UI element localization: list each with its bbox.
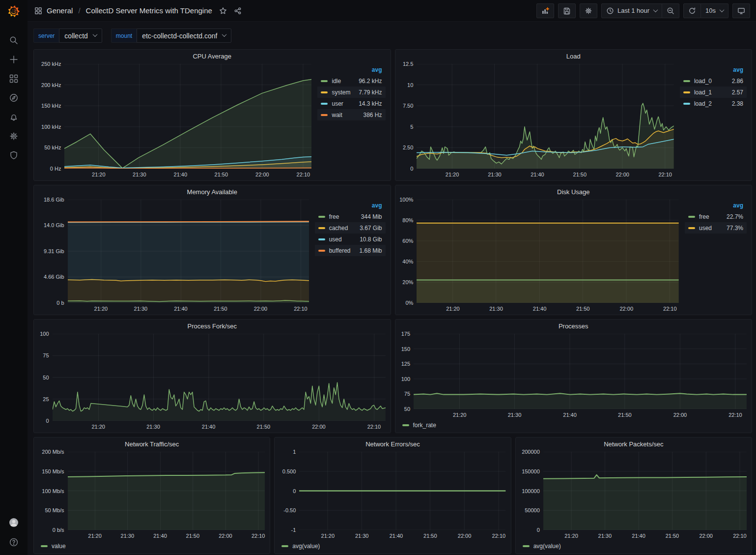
legend: avgfree344 Mibcached3.67 Gibused10.8 Gib… [315,200,386,256]
y-tick-label: 0 b [56,300,64,306]
y-tick-label: 0 [46,418,49,424]
y-tick-label: 75 [404,391,410,397]
y-tick-label: 5 [410,124,413,130]
refresh-button[interactable] [683,3,701,18]
plot-column: 21:2021:3021:4021:5022:0022:10 [417,64,674,179]
chart-canvas[interactable] [68,200,309,303]
configuration-gear-icon[interactable] [9,131,19,141]
legend-series-avg: 344 Mib [359,213,382,220]
plot-area [417,64,674,169]
x-tick-label: 21:20 [564,533,578,539]
legend-item-idle[interactable]: idle96.2 kHz [317,75,385,87]
search-icon[interactable] [9,35,19,45]
chart-load: 02.5057.501012.521:2021:3021:4021:5022:0… [395,63,752,180]
panel-load: Load 02.5057.501012.521:2021:3021:4021:5… [395,49,753,181]
legend-item-cached[interactable]: cached3.67 Gib [315,222,386,234]
x-tick-label: 21:20 [94,306,108,312]
panel-title[interactable]: Network Errors/sec [275,438,510,451]
panel-title[interactable]: Memory Available [34,185,391,199]
legend-item-load_0[interactable]: load_02.86 [680,75,747,87]
chevron-down-icon [222,32,227,37]
chart-canvas[interactable] [417,200,679,303]
add-panel-button[interactable] [536,3,554,18]
chart-canvas[interactable] [68,452,265,530]
legend-avg-header: avg [315,200,386,211]
legend-item-value[interactable]: value [41,543,66,550]
alerting-bell-icon[interactable] [9,112,19,122]
legend-item-user[interactable]: user14.3 kHz [317,98,385,109]
y-tick-label: 100 kHz [41,124,61,130]
legend-item-free[interactable]: free22.7% [685,211,747,222]
legend-item-used[interactable]: used10.8 Gib [315,234,386,245]
legend-series-marker [683,80,690,82]
legend: value [37,541,265,553]
server-admin-shield-icon[interactable] [9,150,19,160]
explore-compass-icon[interactable] [9,93,19,103]
y-tick-label: 200000 [522,449,540,455]
plot-column: 21:2021:3021:4021:5022:0022:10 [299,452,505,541]
x-tick-label: 22:10 [297,172,310,177]
variable-server-label: server [33,29,59,43]
legend-series-avg: 2.86 [720,78,743,85]
page-title[interactable]: CollectD Server Metrics with TDengine [86,6,212,15]
share-icon[interactable] [234,7,242,15]
cycle-view-mode-button[interactable] [732,3,750,18]
x-tick-label: 22:10 [492,533,506,539]
legend-item-load_1[interactable]: load_12.57 [680,87,747,98]
zoom-out-button[interactable] [662,3,679,18]
chart-canvas[interactable] [543,452,747,530]
y-tick-label: 4.66 Gib [44,274,64,280]
chart-canvas[interactable] [64,64,311,169]
dashboard-settings-button[interactable] [580,3,597,18]
legend-item-avg(value)[interactable]: avg(value) [281,543,320,550]
plot-column: 21:2021:3021:4021:5022:0022:10 [64,64,311,179]
y-tick-label: 50 kHz [44,145,61,150]
sidebar-menu [9,35,19,160]
y-axis: 0%20%40%60%80%100% [398,200,417,303]
breadcrumb-folder[interactable]: General [47,6,73,15]
legend-item-fork_rate[interactable]: fork_rate [402,422,436,429]
star-icon[interactable] [219,7,227,15]
time-range-button[interactable]: Last 1 hour [601,3,662,18]
x-tick-label: 21:30 [508,412,522,418]
x-tick-label: 22:10 [733,533,747,539]
chart-process-fork: 025507510021:2021:3021:4021:5022:0022:10 [34,333,391,433]
grafana-logo-icon[interactable] [6,4,21,19]
chart-canvas[interactable] [414,334,747,409]
panel-title[interactable]: Network Packets/sec [516,438,752,451]
chart-canvas[interactable] [53,334,386,421]
plot-area [417,200,679,303]
panel-title[interactable]: Network Traffic/sec [34,438,270,451]
save-dashboard-button[interactable] [558,3,576,18]
dashboards-icon[interactable] [9,74,19,84]
panel-title[interactable]: CPU Average [34,50,391,63]
panel-title[interactable]: Disk Usage [395,185,752,199]
x-tick-label: 21:40 [153,533,167,539]
help-icon[interactable] [9,537,19,547]
legend-item-free[interactable]: free344 Mib [315,211,386,222]
y-tick-label: 7.50 [403,103,413,109]
panel-title[interactable]: Processes [395,320,752,333]
variable-mount-value[interactable]: etc-collectd-collectd.conf [137,29,231,43]
panel-title[interactable]: Load [395,50,752,63]
panel-title[interactable]: Process Fork/sec [34,320,391,333]
y-axis: 02.5057.501012.5 [398,64,417,169]
legend-series-marker [321,80,328,82]
legend-item-system[interactable]: system7.79 kHz [317,87,385,98]
legend-item-avg(value)[interactable]: avg(value) [523,543,561,550]
chart-canvas[interactable] [417,64,674,169]
create-plus-icon[interactable] [9,55,19,64]
user-avatar[interactable] [9,518,19,527]
variable-server-value[interactable]: collectd [59,29,102,43]
legend-item-used[interactable]: used77.3% [685,222,747,234]
refresh-interval-button[interactable]: 10s [701,3,728,18]
plot-column: 21:2021:3021:4021:5022:0022:10 [68,200,309,314]
legend-item-load_2[interactable]: load_22.38 [680,98,747,109]
x-tick-label: 22:10 [663,306,677,312]
panel-process-fork: Process Fork/sec 025507510021:2021:3021:… [33,319,391,433]
x-tick-label: 21:30 [355,533,369,539]
legend-item-buffered[interactable]: buffered1.68 Mib [315,245,386,256]
chart-canvas[interactable] [299,452,505,530]
legend-item-wait[interactable]: wait386 Hz [317,109,385,120]
plot-area [299,452,505,530]
